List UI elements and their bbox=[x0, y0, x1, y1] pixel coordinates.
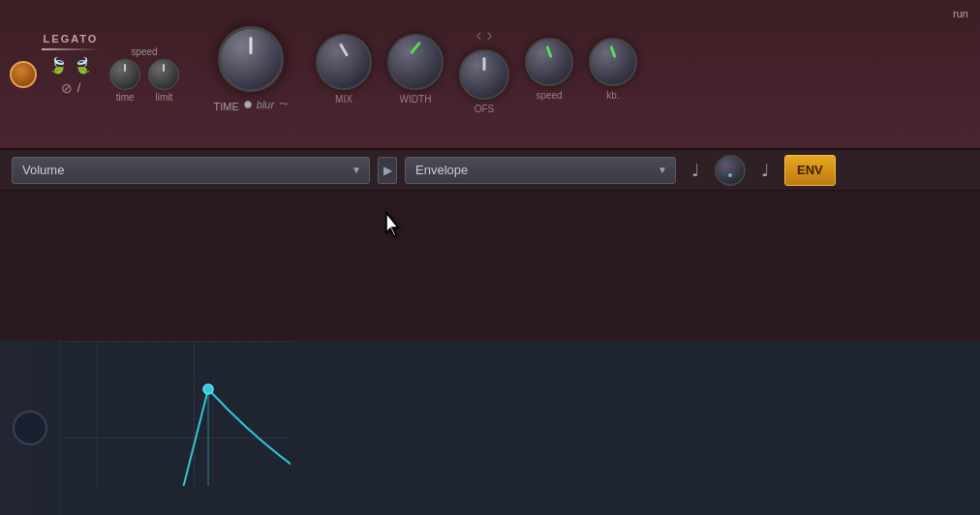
note-right-button[interactable]: ♩ bbox=[753, 157, 777, 184]
legato-icons: 🍃 🍃 bbox=[48, 56, 93, 75]
time-label: TIME bbox=[214, 101, 239, 112]
note-left-button[interactable]: ♩ bbox=[684, 157, 707, 184]
speed-right-knob[interactable] bbox=[525, 38, 573, 86]
time-section: TIME blur ~ bbox=[203, 26, 298, 113]
env-button[interactable]: ENV bbox=[784, 155, 836, 186]
navigate-right-button[interactable]: ▶ bbox=[378, 157, 397, 184]
speed-right-label: speed bbox=[536, 90, 562, 101]
legato-icon-1[interactable]: 🍃 bbox=[48, 56, 68, 75]
time-label-small: time bbox=[116, 92, 135, 103]
round-control-button[interactable] bbox=[715, 155, 746, 186]
width-label: WIDTH bbox=[400, 94, 432, 105]
top-right-label: run bbox=[953, 8, 968, 19]
kb-knob[interactable] bbox=[589, 38, 637, 86]
legato-icon-2[interactable]: 🍃 bbox=[74, 56, 93, 75]
ofs-arrows: ‹ › bbox=[476, 25, 493, 45]
legato-section: LEGATO 🍃 🍃 ⊘ / bbox=[42, 33, 100, 96]
speed-icon: ⊘ bbox=[61, 80, 73, 96]
left-panel bbox=[0, 341, 60, 515]
blur-radio[interactable] bbox=[244, 101, 252, 108]
legato-label: LEGATO bbox=[44, 33, 99, 45]
control-bar: Volume ▼ ▶ Envelope ▼ ♩ ♩ ENV bbox=[0, 150, 980, 191]
speed-section: speed time limit bbox=[109, 46, 179, 103]
envelope-dropdown-arrow: ▼ bbox=[658, 165, 667, 175]
slash-icon: / bbox=[77, 81, 80, 95]
time-knob[interactable] bbox=[109, 59, 140, 90]
wave-icon: ~ bbox=[279, 96, 288, 113]
width-knob[interactable] bbox=[387, 34, 444, 90]
mix-label: MIX bbox=[335, 94, 352, 105]
speed-label: speed bbox=[131, 46, 157, 57]
envelope-area: Volume ▼ ▶ Envelope ▼ ♩ ♩ ENV bbox=[0, 150, 980, 515]
grid-area bbox=[0, 341, 980, 515]
top-bar: LEGATO 🍃 🍃 ⊘ / speed time limit TIME blu… bbox=[0, 0, 980, 150]
envelope-point-2 bbox=[203, 384, 213, 394]
mix-section: MIX bbox=[316, 34, 372, 105]
mix-knob[interactable] bbox=[316, 34, 372, 90]
round-btn-indicator bbox=[728, 173, 732, 177]
speed-right-section: speed bbox=[525, 38, 573, 101]
volume-dropdown-text: Volume bbox=[22, 163, 64, 177]
note-right-icon: ♩ bbox=[761, 160, 769, 181]
volume-dropdown-arrow: ▼ bbox=[352, 165, 361, 175]
kb-label: kb. bbox=[606, 90, 619, 101]
kb-section: kb. bbox=[589, 38, 637, 101]
legato-controls: ⊘ / bbox=[61, 80, 80, 96]
ofs-label: OFS bbox=[475, 104, 495, 114]
limit-knob[interactable] bbox=[148, 59, 179, 90]
ofs-knob[interactable] bbox=[459, 49, 509, 100]
note-left-icon: ♩ bbox=[691, 160, 699, 181]
envelope-dropdown-text: Envelope bbox=[415, 163, 468, 177]
left-orange-knob[interactable] bbox=[10, 61, 37, 88]
time-large-knob[interactable] bbox=[218, 26, 284, 92]
blur-label: blur bbox=[257, 99, 274, 110]
ofs-section: ‹ › OFS bbox=[459, 25, 509, 114]
volume-dropdown[interactable]: Volume ▼ bbox=[12, 157, 370, 184]
limit-label: limit bbox=[156, 92, 173, 103]
legato-line bbox=[42, 48, 100, 50]
env-button-label: ENV bbox=[797, 163, 823, 177]
circle-icon bbox=[13, 410, 47, 445]
arrow-right-icon: ▶ bbox=[383, 164, 392, 177]
width-section: WIDTH bbox=[387, 34, 444, 105]
envelope-dropdown[interactable]: Envelope ▼ bbox=[405, 157, 676, 184]
